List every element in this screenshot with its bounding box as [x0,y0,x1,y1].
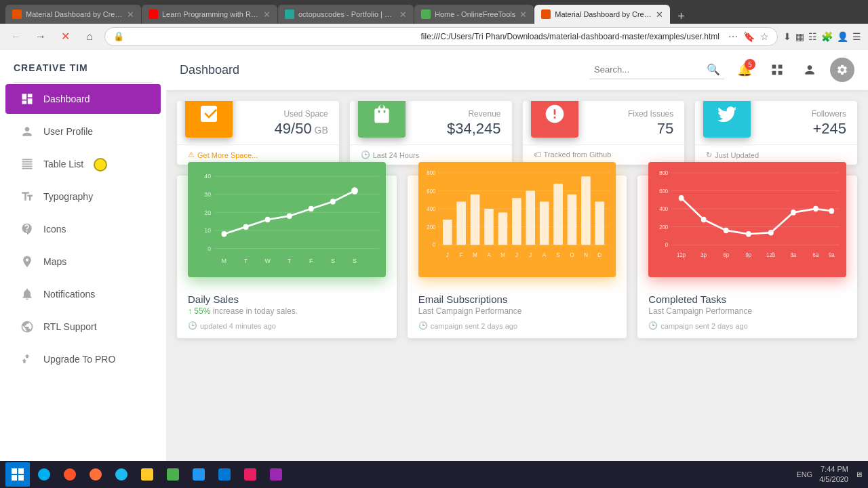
search-icon[interactable]: 🔍 [707,63,720,76]
brand-text: CREATIVE TIM [14,62,88,73]
settings-gear-button[interactable] [830,58,854,82]
browser-tab-1[interactable]: Material Dashboard by Creati... ✕ [5,5,141,24]
stat-card-top-3: Fixed Issues 75 [523,101,685,138]
menu-icon[interactable]: ☰ [852,31,861,42]
start-button[interactable] [5,462,30,487]
address-bar[interactable]: 🔒 file:///C:/Users/Tri Phan/Downloads/ma… [104,27,778,46]
svg-text:F: F [309,257,313,264]
sidebar-item-table-list[interactable]: Table List [5,149,161,179]
sidebar-label-notifications: Notifications [43,289,95,300]
tab-close-3[interactable]: ✕ [399,9,407,20]
vscode-icon [218,468,231,481]
taskbar-downloads[interactable] [187,464,210,485]
home-button[interactable]: ⌂ [80,27,99,46]
sidebar-label-icons: Icons [43,224,66,235]
taskbar-vscode[interactable] [213,464,236,485]
taskbar-skype[interactable] [33,464,56,485]
new-tab-button[interactable]: + [673,9,689,24]
svg-text:200: 200 [660,224,669,230]
svg-rect-43 [567,195,576,245]
clock-icon-3: 🕒 [418,321,428,330]
taskbar-app2[interactable] [239,464,262,485]
notification-button[interactable]: 🔔 5 [732,58,757,82]
taskbar-clock: 7:44 PM 4/5/2020 [819,464,848,485]
taskbar-brave[interactable] [58,464,81,485]
sidebar-item-typography[interactable]: Typography [5,182,161,211]
browser-tab-5[interactable]: Material Dashboard by Creati... ✕ [534,5,670,24]
svg-text:T: T [244,257,248,264]
tab-close-1[interactable]: ✕ [127,9,134,20]
svg-text:J: J [446,252,448,258]
stat-card-used-space: Used Space 49/50 GB ⚠ Get More Space... [177,101,339,165]
chart-subtitle-email-subscriptions: Last Campaign Performance [418,306,616,316]
svg-text:9p: 9p [746,252,752,258]
taskbar-firefox[interactable] [84,464,107,485]
search-input[interactable] [594,64,703,75]
taskbar-ie[interactable] [110,464,133,485]
svg-text:0: 0 [665,242,669,248]
stat-value-4: +245 [762,120,846,138]
taskbar-app1[interactable] [161,464,184,485]
brave-icon [64,468,76,481]
forward-button[interactable]: → [31,27,50,46]
svg-rect-87 [18,475,24,481]
sidebar-icon[interactable]: ▦ [795,31,804,42]
tab-close-4[interactable]: ✕ [519,9,527,20]
stat-footer-text-1: Get More Space... [197,151,258,159]
refresh-button[interactable]: ✕ [56,27,75,46]
sidebar-item-dashboard[interactable]: Dashboard [5,84,161,114]
tab-favicon-1 [12,9,22,19]
browser-tab-4[interactable]: Home - OnlineFreeTools ✕ [414,5,534,24]
sidebar: CREATIVE TIM Dashboard User Profile Tabl… [0,49,166,461]
page-title: Dashboard [180,63,239,77]
sidebar-label-maps: Maps [43,256,66,267]
app1-icon [167,468,179,481]
taskbar-app3[interactable] [264,464,288,485]
taskbar-explorer[interactable] [136,464,159,485]
tab-favicon-2 [149,9,158,19]
svg-text:400: 400 [427,206,435,212]
svg-rect-40 [526,191,535,245]
svg-text:J: J [515,252,518,258]
svg-text:S: S [556,252,560,258]
refresh-icon: ↻ [706,150,712,159]
taskbar-notification-area[interactable]: 🖥 [855,470,863,479]
sidebar-item-icons[interactable]: Icons [5,214,161,244]
account-icon[interactable]: 👤 [837,31,848,42]
sidebar-item-notifications[interactable]: Notifications [5,279,161,309]
grid-view-button[interactable] [765,58,789,82]
sidebar-divider [14,82,153,83]
svg-point-70 [724,228,729,234]
taskbar-date: 4/5/2020 [819,474,848,485]
main-layout: CREATIVE TIM Dashboard User Profile Tabl… [0,49,868,461]
sidebar-item-maps[interactable]: Maps [5,247,161,277]
tab-close-2[interactable]: ✕ [263,9,271,20]
browser-tab-2[interactable]: Learn Programming with Real... ✕ [142,5,277,24]
tab-close-5[interactable]: ✕ [656,9,663,20]
sidebar-label-table-list: Table List [43,159,83,169]
tab-label-5: Material Dashboard by Creati... [555,10,652,18]
svg-point-15 [330,199,336,205]
browser-action-icons: ⬇ ▦ ☷ 🧩 👤 ☰ [783,31,861,42]
download-icon[interactable]: ⬇ [783,31,791,42]
svg-point-68 [679,195,684,201]
addon-icon[interactable]: 🧩 [821,31,833,42]
svg-text:600: 600 [427,188,435,194]
chart-meta-email-subscriptions: 🕒 campaign sent 2 days ago [418,321,616,330]
sidebar-item-upgrade[interactable]: Upgrade To PRO [5,344,161,374]
rtl-support-icon [19,319,35,335]
main-content: Dashboard 🔍 🔔 5 [166,49,868,461]
warning-icon: ⚠ [188,150,195,159]
taskbar-right: ENG 7:44 PM 4/5/2020 🖥 [796,464,863,485]
back-button[interactable]: ← [7,27,26,46]
sidebar-item-rtl-support[interactable]: RTL Support [5,312,161,342]
sidebar-label-typography: Typography [43,191,93,202]
svg-text:0: 0 [208,245,211,251]
user-account-button[interactable] [797,58,822,82]
sidebar-item-user-profile[interactable]: User Profile [5,117,161,146]
svg-rect-39 [512,198,521,245]
svg-text:F: F [459,252,462,258]
svg-rect-42 [553,184,563,245]
reader-icon[interactable]: ☷ [808,31,817,42]
browser-tab-3[interactable]: octopuscodes - Portfolio | Co... ✕ [278,5,414,24]
